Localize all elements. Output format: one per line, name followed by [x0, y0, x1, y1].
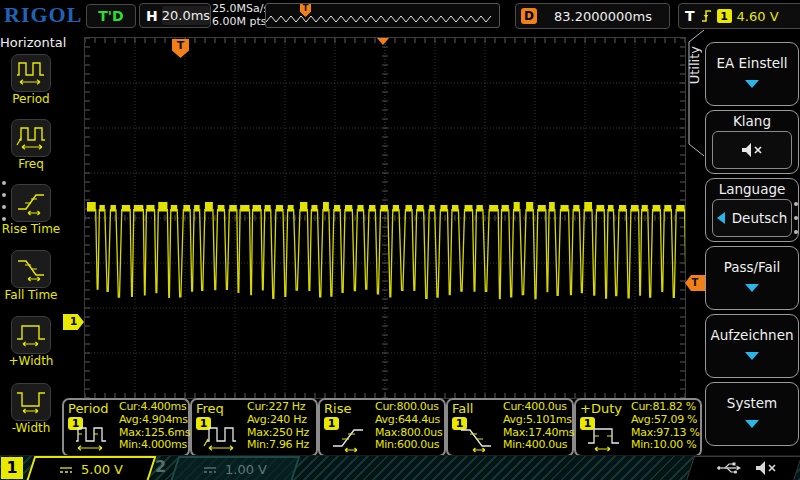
- menu-item-period-label: Period: [0, 92, 62, 106]
- freq-icon: [15, 124, 47, 152]
- menu-item-minus-width[interactable]: [11, 383, 51, 421]
- speaker-muted-icon: [738, 140, 766, 160]
- overview-waveform: [266, 16, 491, 22]
- graticule-and-trace: [85, 38, 685, 398]
- horizontal-label: H: [146, 8, 158, 24]
- right-menu-page-dot: [794, 202, 798, 206]
- freq-icon: [202, 425, 246, 453]
- channel1-badge[interactable]: 1: [1, 457, 23, 479]
- menu-item-rise-time[interactable]: [11, 184, 51, 222]
- menu-item-plus-width[interactable]: [11, 316, 51, 354]
- period-icon: [74, 425, 118, 453]
- right-menu-page-dot: [794, 216, 798, 220]
- channel2-scale: 1.00 V: [225, 462, 267, 477]
- measurement-values: Cur:4.400msAvg:4.904ms Max:125.6msMin:4.…: [119, 401, 187, 452]
- left-menu-page-dot: [2, 181, 6, 185]
- trigger-status-badge: T'D: [86, 4, 136, 28]
- softkey-pass-fail[interactable]: Pass/Fail: [705, 246, 799, 310]
- oscilloscope-screen: RIGOL T'D H 20.0ms 25.0MSa/s 6.00M pts T…: [0, 0, 800, 480]
- horizontal-scale-button[interactable]: H 20.0ms: [139, 3, 211, 28]
- trigger-readout[interactable]: T 1 4.60 V: [678, 3, 800, 29]
- menu-item-plus-width-label: +Width: [0, 354, 62, 368]
- measurement-title: Fall: [452, 401, 473, 416]
- measurement-values: Cur:800.0usAvg:644.4us Max:800.0usMin:60…: [375, 401, 443, 452]
- softkey-language[interactable]: Language Deutsch: [705, 178, 799, 242]
- plus-width-icon: [586, 425, 630, 453]
- measurement-panel-freq[interactable]: Freq 1 Cur:227 HzAvg:240 Hz Max:250 HzMi…: [190, 398, 318, 457]
- menu-item-freq[interactable]: [11, 119, 51, 157]
- measurement-title: Period: [68, 401, 109, 416]
- utility-tab-label: Utility: [687, 46, 702, 84]
- speaker-muted-icon: [752, 459, 780, 477]
- menu-item-period[interactable]: [11, 54, 51, 92]
- menu-item-minus-width-label: -Width: [0, 421, 62, 435]
- channel1-label[interactable]: 5.00 V: [26, 456, 157, 480]
- left-menu-title: Horizontal: [0, 35, 62, 50]
- horizontal-scale-value: 20.0ms: [162, 6, 210, 25]
- trigger-level-marker-icon[interactable]: T: [685, 275, 705, 291]
- delay-value: 83.2000000ms: [543, 9, 669, 24]
- system-status-area: [686, 456, 800, 480]
- rise-time-icon: [330, 425, 374, 453]
- channel1-scale: 5.00 V: [81, 462, 123, 477]
- chevron-down-icon: [745, 80, 759, 88]
- chevron-down-icon: [745, 352, 759, 360]
- softkey-ea-einstell[interactable]: EA Einstell: [705, 42, 799, 106]
- measurement-panel-fall[interactable]: Fall 1 Cur:400.0usAvg:5.101ms Max:17.40m…: [446, 398, 574, 457]
- dc-coupling-icon: [59, 465, 73, 475]
- trigger-label: T: [685, 8, 695, 24]
- menu-item-rise-time-label: Rise Time: [0, 222, 62, 236]
- period-icon: [15, 59, 47, 87]
- softkey-label: Aufzeichnen: [706, 327, 798, 343]
- measurement-values: Cur:400.0usAvg:5.101ms Max:17.40msMin:40…: [503, 401, 571, 452]
- softkey-label: Language: [706, 181, 798, 197]
- measurement-title: Freq: [196, 401, 224, 416]
- trigger-source-badge: 1: [717, 9, 732, 23]
- left-menu-page-dot: [2, 205, 6, 209]
- delay-position-marker-icon[interactable]: [377, 38, 389, 45]
- rising-edge-icon: [700, 8, 712, 24]
- menu-item-fall-time[interactable]: [11, 250, 51, 288]
- left-menu-page-dot: [2, 193, 6, 197]
- measurement-title: Rise: [324, 401, 351, 416]
- measurement-panel-rise[interactable]: Rise 1 Cur:800.0usAvg:644.4us Max:800.0u…: [318, 398, 446, 457]
- acquisition-info: 25.0MSa/s 6.00M pts: [212, 2, 269, 28]
- right-menu-page-dot: [794, 230, 798, 234]
- softkey-label: Klang: [706, 113, 798, 129]
- chevron-down-icon: [745, 284, 759, 292]
- chevron-left-icon: [717, 212, 725, 224]
- sample-rate: 25.0MSa/s: [212, 2, 269, 15]
- delay-readout[interactable]: D 83.2000000ms: [515, 3, 670, 29]
- channel2-label[interactable]: 1.00 V: [170, 456, 301, 480]
- softkey-label: EA Einstell: [706, 55, 798, 71]
- softkey-system[interactable]: System: [705, 382, 799, 446]
- waveform-display-area: [84, 37, 686, 399]
- rigol-logo: RIGOL: [4, 2, 82, 28]
- measurement-title: +Duty: [580, 401, 622, 416]
- menu-item-freq-label: Freq: [0, 157, 62, 171]
- softkey-klang[interactable]: Klang: [705, 110, 799, 174]
- measurement-panel-duty[interactable]: +Duty 1 Cur:81.82 %Avg:57.09 % Max:97.13…: [574, 398, 702, 457]
- chevron-down-icon: [745, 420, 759, 428]
- language-value: Deutsch: [732, 210, 788, 226]
- waveform-overview-bar[interactable]: T: [265, 3, 500, 28]
- usb-icon: [716, 460, 742, 475]
- minus-width-icon: [15, 388, 47, 416]
- softkey-aufzeichnen[interactable]: Aufzeichnen: [705, 314, 799, 378]
- measurement-values: Cur:81.82 %Avg:57.09 % Max:97.13 %Min:10…: [631, 401, 699, 452]
- rise-time-icon: [15, 189, 47, 217]
- memory-depth: 6.00M pts: [212, 15, 269, 28]
- softkey-label: Pass/Fail: [706, 259, 798, 275]
- channel1-offset-marker-icon[interactable]: 1: [63, 314, 84, 330]
- language-select-button[interactable]: Deutsch: [712, 199, 792, 237]
- trigger-level-value: 4.60 V: [737, 9, 779, 24]
- measurement-panel-period[interactable]: Period 1 Cur:4.400msAvg:4.904ms Max:125.…: [62, 398, 190, 457]
- delay-label: D: [521, 8, 537, 24]
- menu-item-fall-time-label: Fall Time: [0, 288, 62, 302]
- dc-coupling-icon: [203, 465, 217, 475]
- plus-width-icon: [15, 321, 47, 349]
- channel2-badge[interactable]: 2: [155, 457, 166, 476]
- fall-time-icon: [458, 425, 502, 453]
- measurement-values: Cur:227 HzAvg:240 Hz Max:250 HzMin:7.96 …: [247, 401, 315, 452]
- sound-toggle-button[interactable]: [712, 131, 792, 169]
